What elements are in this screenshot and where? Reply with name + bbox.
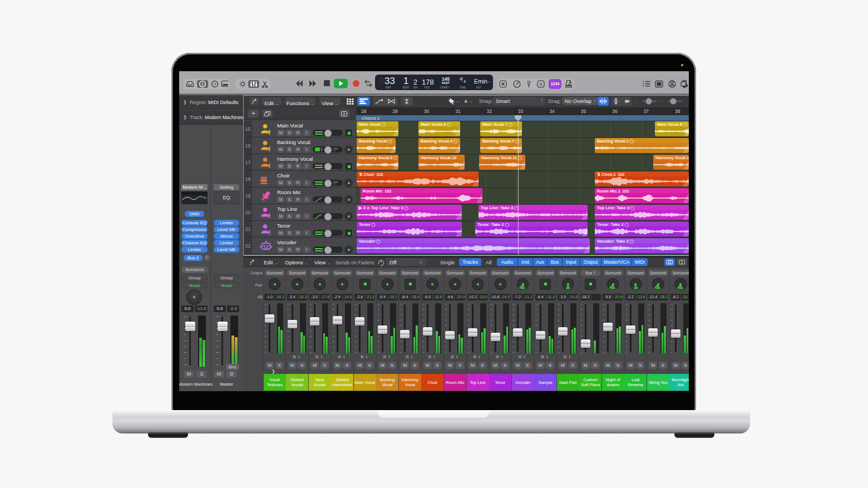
svg-text:S: S xyxy=(539,82,542,87)
